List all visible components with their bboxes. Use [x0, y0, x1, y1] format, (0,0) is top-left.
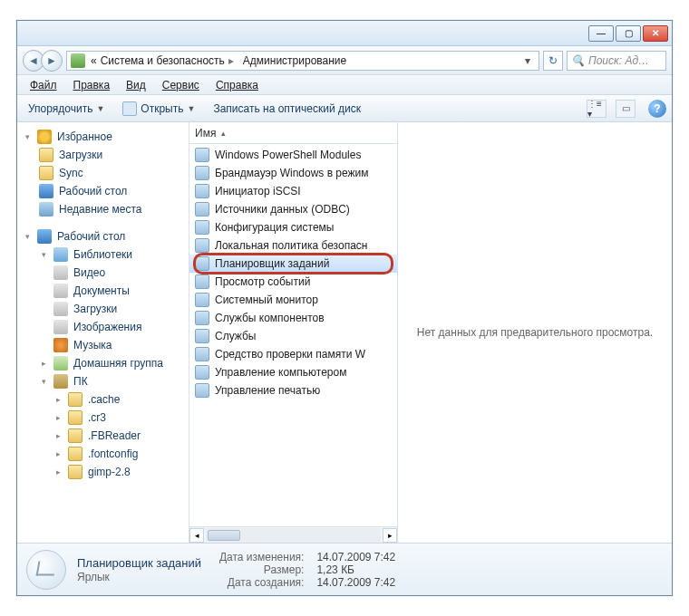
sidebar-favorites[interactable]: ▾Избранное	[17, 128, 189, 146]
recent-icon	[39, 202, 53, 217]
preview-pane: Нет данных для предварительного просмотр…	[398, 122, 672, 543]
shortcut-icon	[195, 184, 209, 198]
menu-file[interactable]: Файл	[23, 77, 64, 93]
shortcut-icon	[195, 202, 209, 217]
file-item[interactable]: Службы компонентов	[189, 309, 397, 327]
sidebar-downloads2[interactable]: Загрузки	[17, 300, 189, 318]
sidebar-fbreader[interactable]: ▸.FBReader	[17, 427, 189, 445]
scroll-left-button[interactable]: ◂	[189, 528, 204, 543]
sidebar-documents[interactable]: Документы	[17, 282, 189, 300]
file-item[interactable]: Планировщик заданий	[189, 255, 397, 273]
view-mode-button[interactable]: ⋮≡ ▾	[587, 100, 607, 118]
scroll-thumb[interactable]	[208, 530, 240, 541]
file-item-label: Инициатор iSCSI	[215, 185, 301, 197]
file-list: Имя ▴ Windows PowerShell ModulesБрандмау…	[189, 122, 398, 543]
close-button[interactable]: ✕	[643, 25, 668, 42]
crumb-label: Система и безопасность	[101, 54, 225, 67]
address-bar: ◄ ► « Система и безопасность ▸ Администр…	[17, 46, 672, 75]
sidebar-sync[interactable]: Sync	[17, 164, 189, 182]
breadcrumb[interactable]: « Система и безопасность ▸ Администриров…	[66, 51, 539, 71]
crumb-current[interactable]: Администрирование	[239, 54, 350, 67]
breadcrumb-dropdown[interactable]: ▾	[520, 54, 535, 67]
open-icon	[122, 101, 137, 116]
file-item[interactable]: Управление печатью	[189, 381, 397, 399]
scroll-track[interactable]	[206, 528, 381, 543]
column-label: Имя	[195, 127, 216, 140]
search-icon: 🔍	[571, 54, 585, 67]
shortcut-icon	[195, 256, 209, 271]
menu-view[interactable]: Вид	[119, 77, 153, 93]
sidebar-pc[interactable]: ▾ПК	[17, 372, 189, 390]
folder-icon	[68, 465, 82, 479]
pictures-icon	[53, 320, 68, 334]
pc-icon	[53, 374, 68, 389]
shortcut-icon	[195, 238, 209, 253]
sidebar-homegroup[interactable]: ▸Домашняя группа	[17, 354, 189, 372]
shortcut-icon	[195, 274, 209, 289]
sidebar-cr3[interactable]: ▸.cr3	[17, 409, 189, 427]
menu-help[interactable]: Справка	[209, 77, 266, 93]
sidebar-desktop[interactable]: Рабочий стол	[17, 182, 189, 200]
shortcut-icon	[195, 347, 209, 361]
sidebar-pictures[interactable]: Изображения	[17, 318, 189, 336]
sidebar-cache[interactable]: ▸.cache	[17, 390, 189, 409]
preview-empty-text: Нет данных для предварительного просмотр…	[417, 326, 653, 339]
crumb-root[interactable]: « Система и безопасность ▸	[87, 54, 238, 67]
file-item-label: Windows PowerShell Modules	[215, 149, 361, 161]
desktop-icon	[39, 184, 53, 198]
help-button[interactable]: ?	[648, 100, 666, 118]
sidebar-libraries[interactable]: ▾Библиотеки	[17, 245, 189, 264]
menu-edit[interactable]: Правка	[66, 77, 118, 93]
search-placeholder: Поиск: Ад…	[588, 54, 649, 67]
horizontal-scrollbar[interactable]: ◂ ▸	[189, 526, 397, 543]
file-item[interactable]: Просмотр событий	[189, 273, 397, 291]
maximize-button[interactable]: ▢	[616, 25, 641, 42]
file-item-label: Службы	[215, 330, 256, 342]
documents-icon	[53, 284, 68, 298]
sidebar-music[interactable]: Музыка	[17, 336, 189, 354]
desktop-icon	[37, 229, 52, 244]
file-item[interactable]: Управление компьютером	[189, 363, 397, 381]
file-item-label: Конфигурация системы	[215, 221, 334, 234]
sidebar-gimp[interactable]: ▸gimp-2.8	[17, 463, 189, 481]
file-item[interactable]: Локальная политика безопасн	[189, 236, 397, 255]
file-item[interactable]: Средство проверки памяти W	[189, 345, 397, 363]
organize-button[interactable]: Упорядочить▼	[23, 101, 110, 117]
file-item-label: Брандмауэр Windows в режим	[215, 167, 369, 179]
column-header-name[interactable]: Имя ▴	[189, 122, 397, 144]
search-input[interactable]: 🔍 Поиск: Ад…	[567, 51, 666, 71]
open-button[interactable]: Открыть▼	[117, 100, 200, 118]
file-item-label: Планировщик заданий	[215, 257, 329, 270]
navigation-pane[interactable]: ▾Избранное Загрузки Sync Рабочий стол Не…	[17, 122, 189, 543]
forward-button[interactable]: ►	[41, 50, 63, 72]
folder-icon	[68, 392, 82, 407]
shortcut-icon	[195, 383, 209, 398]
sidebar-desktop-root[interactable]: ▾Рабочий стол	[17, 227, 189, 245]
file-item[interactable]: Источники данных (ODBC)	[189, 200, 397, 218]
file-item[interactable]: Конфигурация системы	[189, 218, 397, 236]
file-item[interactable]: Инициатор iSCSI	[189, 182, 397, 200]
shortcut-icon	[195, 365, 209, 380]
file-item[interactable]: Системный монитор	[189, 291, 397, 309]
sort-indicator-icon: ▴	[221, 129, 226, 138]
titlebar: — ▢ ✕	[17, 21, 672, 46]
file-item-label: Локальная политика безопасн	[215, 239, 367, 252]
file-item-label: Управление компьютером	[215, 366, 346, 379]
folder-icon	[39, 148, 53, 162]
file-item[interactable]: Службы	[189, 327, 397, 345]
file-item[interactable]: Брандмауэр Windows в режим	[189, 164, 397, 182]
file-item-label: Службы компонентов	[215, 312, 325, 324]
sidebar-fontconfig[interactable]: ▸.fontconfig	[17, 445, 189, 463]
details-modified-label: Дата изменения:	[219, 551, 305, 563]
scroll-right-button[interactable]: ▸	[383, 528, 397, 543]
burn-button[interactable]: Записать на оптический диск	[208, 101, 366, 117]
file-item[interactable]: Windows PowerShell Modules	[189, 146, 397, 164]
minimize-button[interactable]: —	[588, 25, 614, 42]
preview-pane-button[interactable]: ▭	[616, 100, 636, 118]
shortcut-icon	[195, 220, 209, 235]
refresh-button[interactable]: ↻	[543, 51, 563, 71]
sidebar-video[interactable]: Видео	[17, 264, 189, 282]
sidebar-recent[interactable]: Недавние места	[17, 200, 189, 218]
menu-tools[interactable]: Сервис	[155, 77, 207, 93]
sidebar-downloads[interactable]: Загрузки	[17, 146, 189, 164]
